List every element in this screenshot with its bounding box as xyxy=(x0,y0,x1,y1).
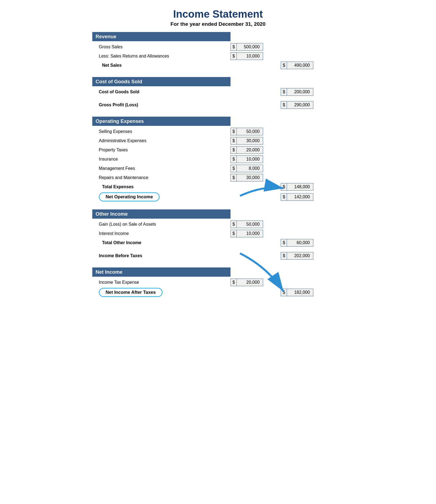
sales-returns-box: $ 10,000 xyxy=(230,52,263,60)
sales-returns-col1: $ 10,000 xyxy=(230,52,281,60)
gross-sales-box: $ 500,000 xyxy=(230,43,263,51)
total-expenses-label: Total Expenses xyxy=(92,184,230,189)
cogs-box: $ 200,000 xyxy=(281,88,313,96)
gross-profit-amount: 290,000 xyxy=(287,103,313,107)
mgmt-fees-dollar: $ xyxy=(231,165,237,172)
net-sales-amount: 490,000 xyxy=(287,63,313,68)
gain-loss-dollar: $ xyxy=(231,221,237,228)
interest-income-row: Interest Income $ 10,000 xyxy=(92,229,344,238)
niat-amount: 182,000 xyxy=(287,290,313,295)
gross-profit-label: Gross Profit (Loss) xyxy=(92,103,230,107)
admin-expenses-row: Administrative Expenses $ 30,000 xyxy=(92,137,344,145)
selling-expenses-amount: 50,000 xyxy=(237,129,263,134)
cogs-label: Cost of Goods Sold xyxy=(92,90,230,94)
total-other-income-amount: 60,000 xyxy=(287,240,313,245)
income-before-taxes-col2: $ 202,000 xyxy=(281,252,344,260)
cogs-row: Cost of Goods Sold $ 200,000 xyxy=(92,88,344,96)
interest-income-amount: 10,000 xyxy=(237,231,263,236)
revenue-header: Revenue xyxy=(92,32,230,41)
insurance-box: $ 10,000 xyxy=(230,155,263,163)
gain-loss-box: $ 50,000 xyxy=(230,221,263,228)
gross-profit-row: Gross Profit (Loss) $ 290,000 xyxy=(92,101,344,109)
gross-sales-amount: 500,000 xyxy=(237,44,263,49)
gross-profit-col2: $ 290,000 xyxy=(281,101,344,109)
interest-income-label: Interest Income xyxy=(92,231,230,236)
property-taxes-dollar: $ xyxy=(231,146,237,154)
total-other-income-col2: $ 60,000 xyxy=(281,239,344,247)
gross-profit-dollar: $ xyxy=(281,101,287,109)
gain-loss-amount: 50,000 xyxy=(237,222,263,227)
repairs-label: Repairs and Maintenance xyxy=(92,175,230,180)
selling-expenses-col1: $ 50,000 xyxy=(230,128,281,135)
net-income-after-taxes-label: Net Income After Taxes xyxy=(99,288,163,297)
noi-col2: $ 142,000 xyxy=(281,193,344,201)
page-title: Income Statement xyxy=(92,8,344,20)
admin-expenses-dollar: $ xyxy=(231,137,237,144)
gain-loss-label: Gain (Loss) on Sale of Assets xyxy=(92,222,230,227)
cogs-col2: $ 200,000 xyxy=(281,88,344,96)
selling-expenses-box: $ 50,000 xyxy=(230,128,263,135)
mgmt-fees-col1: $ 8,000 xyxy=(230,165,281,172)
admin-expenses-label: Administrative Expenses xyxy=(92,138,230,143)
insurance-dollar: $ xyxy=(231,156,237,163)
gross-profit-box: $ 290,000 xyxy=(281,101,313,109)
cogs-header: Cost of Goods Sold xyxy=(92,77,230,86)
cogs-amount: 200,000 xyxy=(287,90,313,94)
mgmt-fees-label: Management Fees xyxy=(92,166,230,171)
interest-income-box: $ 10,000 xyxy=(230,230,263,237)
sales-returns-amount: 10,000 xyxy=(237,54,263,59)
net-sales-label: Net Sales xyxy=(92,63,230,68)
net-operating-income-row: Net Operating Income $ 142,000 xyxy=(92,192,344,202)
gain-loss-row: Gain (Loss) on Sale of Assets $ 50,000 xyxy=(92,220,344,228)
sales-returns-dollar: $ xyxy=(231,53,237,60)
insurance-amount: 10,000 xyxy=(237,157,263,162)
gross-sales-dollar: $ xyxy=(231,43,237,50)
net-sales-box: $ 490,000 xyxy=(281,62,313,69)
gross-sales-row: Gross Sales $ 500,000 xyxy=(92,43,344,51)
net-income-after-taxes-row: Net Income After Taxes $ 182,000 xyxy=(92,288,344,297)
property-taxes-row: Property Taxes $ 20,000 xyxy=(92,146,344,154)
statement-body: Revenue Gross Sales $ 500,000 Less: Sale… xyxy=(92,32,344,297)
page-subtitle: For the year ended December 31, 2020 xyxy=(92,21,344,27)
noi-arrow-icon xyxy=(232,177,286,199)
admin-expenses-box: $ 30,000 xyxy=(230,137,263,145)
property-taxes-amount: 20,000 xyxy=(237,148,263,152)
insurance-col1: $ 10,000 xyxy=(230,155,281,163)
total-other-income-label: Total Other Income xyxy=(92,240,230,245)
interest-income-col1: $ 10,000 xyxy=(230,230,281,237)
niat-arrow-icon xyxy=(186,245,289,299)
admin-expenses-col1: $ 30,000 xyxy=(230,137,281,145)
other-income-header: Other Income xyxy=(92,209,230,219)
net-operating-income-label: Net Operating Income xyxy=(99,192,160,202)
repairs-row: Repairs and Maintenance $ 30,000 xyxy=(92,174,344,182)
selling-expenses-row: Selling Expenses $ 50,000 xyxy=(92,127,344,136)
income-before-taxes-amount: 202,000 xyxy=(287,253,313,258)
gain-loss-col1: $ 50,000 xyxy=(230,221,281,228)
selling-expenses-dollar: $ xyxy=(231,128,237,135)
mgmt-fees-box: $ 8,000 xyxy=(230,165,263,172)
total-expenses-row: Total Expenses $ 148,000 xyxy=(92,183,344,191)
gross-sales-col1: $ 500,000 xyxy=(230,43,281,51)
interest-income-dollar: $ xyxy=(231,230,237,237)
net-sales-row: Net Sales $ 490,000 xyxy=(92,61,344,69)
insurance-row: Insurance $ 10,000 xyxy=(92,155,344,163)
mgmt-fees-row: Management Fees $ 8,000 xyxy=(92,164,344,173)
net-sales-col2: $ 490,000 xyxy=(281,62,344,69)
property-taxes-col1: $ 20,000 xyxy=(230,146,281,154)
mgmt-fees-amount: 8,000 xyxy=(237,166,263,171)
admin-expenses-amount: 30,000 xyxy=(237,138,263,143)
sales-returns-label: Less: Sales Returns and Allowances xyxy=(92,54,230,59)
gross-sales-label: Gross Sales xyxy=(92,44,230,49)
selling-expenses-label: Selling Expenses xyxy=(92,129,230,134)
total-expenses-col2: $ 148,000 xyxy=(281,183,344,191)
insurance-label: Insurance xyxy=(92,157,230,162)
noi-label-col: Net Operating Income xyxy=(92,192,230,202)
sales-returns-row: Less: Sales Returns and Allowances $ 10,… xyxy=(92,52,344,60)
cogs-dollar: $ xyxy=(281,88,287,95)
property-taxes-box: $ 20,000 xyxy=(230,146,263,154)
net-sales-dollar: $ xyxy=(281,62,287,69)
niat-col2: $ 182,000 xyxy=(281,289,344,296)
opex-header: Operating Expenses xyxy=(92,117,230,126)
property-taxes-label: Property Taxes xyxy=(92,148,230,152)
noi-amount: 142,000 xyxy=(287,194,313,199)
